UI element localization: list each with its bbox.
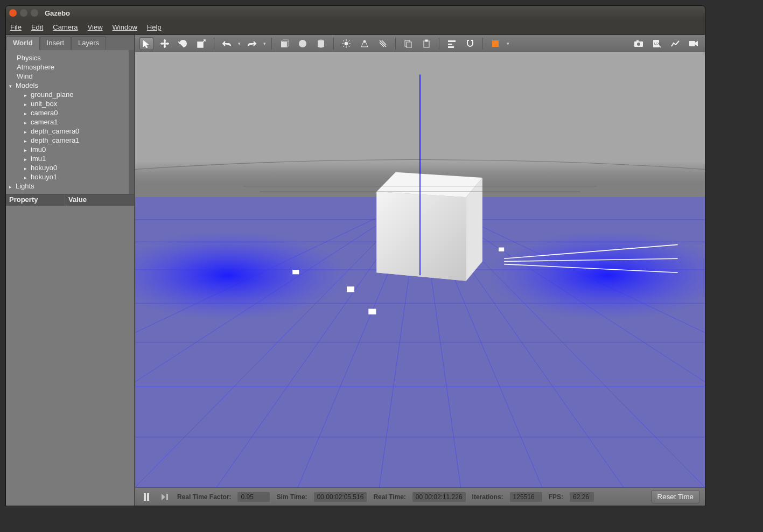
svg-point-5 (318, 45, 324, 47)
spot-light-button[interactable] (358, 37, 372, 50)
tree-item-physics[interactable]: Physics (8, 53, 132, 62)
redo-button[interactable] (245, 37, 259, 50)
tree-item-ground-plane[interactable]: ground_plane (8, 90, 132, 99)
menu-file[interactable]: File (10, 23, 22, 31)
directional-light-button[interactable] (376, 37, 390, 50)
svg-rect-12 (448, 40, 456, 42)
tree-item-unit-box[interactable]: unit_box (8, 99, 132, 108)
caret-right-icon (24, 145, 29, 153)
pause-button[interactable] (141, 491, 152, 503)
svg-rect-47 (292, 270, 299, 274)
value-col-header: Value (65, 194, 90, 206)
tree-item-hokuyo0[interactable]: hokuyo0 (8, 163, 132, 172)
tree-item-imu1[interactable]: imu1 (8, 154, 132, 163)
svg-rect-21 (689, 41, 695, 46)
tab-world[interactable]: World (6, 36, 40, 50)
menu-view[interactable]: View (88, 23, 103, 31)
svg-marker-54 (376, 192, 466, 281)
tab-layers[interactable]: Layers (71, 36, 106, 50)
world-tree: Physics Atmosphere Wind Models ground_pl… (6, 50, 134, 194)
iterations-label: Iterations: (472, 493, 503, 501)
svg-text:LOG: LOG (654, 42, 661, 45)
tree-item-depth-camera1[interactable]: depth_camera1 (8, 136, 132, 145)
tree-item-imu0[interactable]: imu0 (8, 145, 132, 154)
caret-right-icon (24, 127, 29, 135)
redo-dropdown-icon[interactable]: ▾ (263, 41, 266, 46)
paste-button[interactable] (419, 37, 433, 50)
svg-rect-0 (198, 42, 203, 47)
svg-rect-9 (407, 42, 411, 48)
svg-point-7 (363, 40, 366, 43)
tab-insert[interactable]: Insert (40, 36, 72, 50)
fps-value: 62.26 (570, 492, 594, 502)
fps-label: FPS: (549, 493, 563, 501)
undo-dropdown-icon[interactable]: ▾ (238, 41, 241, 46)
svg-rect-59 (147, 493, 149, 501)
left-panel: World Insert Layers Physics Atmosphere W… (6, 35, 135, 506)
svg-rect-58 (144, 493, 146, 501)
menu-help[interactable]: Help (147, 23, 162, 31)
caret-right-icon (24, 136, 29, 144)
window-maximize-icon[interactable] (31, 9, 38, 17)
caret-right-icon (24, 118, 29, 126)
menu-window[interactable]: Window (113, 23, 137, 31)
selection-dropdown-icon[interactable]: ▾ (507, 41, 509, 46)
tree-item-hokuyo1[interactable]: hokuyo1 (8, 172, 132, 181)
screenshot-button[interactable] (632, 37, 646, 50)
tree-item-lights[interactable]: Lights (8, 181, 132, 191)
svg-rect-18 (636, 40, 639, 42)
svg-rect-48 (347, 286, 354, 292)
svg-rect-14 (448, 46, 454, 48)
svg-point-6 (345, 42, 348, 45)
caret-right-icon (24, 100, 29, 108)
snap-button[interactable] (463, 37, 477, 50)
scale-tool[interactable] (194, 37, 208, 50)
tree-item-wind[interactable]: Wind (8, 72, 132, 81)
svg-point-17 (637, 43, 640, 46)
window-minimize-icon[interactable] (20, 9, 27, 17)
svg-rect-13 (448, 44, 452, 45)
caret-down-icon (9, 81, 13, 89)
selection-box-button[interactable] (488, 37, 502, 50)
tree-item-depth-camera0[interactable]: depth_camera0 (8, 127, 132, 136)
menu-camera[interactable]: Camera (53, 23, 78, 31)
main-area: ▾ ▾ ▾ (135, 35, 705, 506)
rtf-value: 0.95 (237, 492, 270, 502)
statusbar: Real Time Factor: 0.95 Sim Time: 00 00:0… (135, 487, 705, 506)
tree-scrollbar[interactable] (129, 50, 134, 194)
application-window: Gazebo File Edit Camera View Window Help… (5, 5, 705, 506)
step-button[interactable] (159, 491, 171, 503)
select-tool[interactable] (139, 37, 153, 50)
svg-rect-49 (368, 309, 376, 314)
menubar: File Edit Camera View Window Help (6, 20, 705, 35)
reset-time-button[interactable]: Reset Time (652, 490, 699, 503)
record-button[interactable] (687, 37, 701, 50)
insert-cylinder[interactable] (314, 37, 328, 50)
tree-item-models[interactable]: Models (8, 81, 132, 90)
tree-item-atmosphere[interactable]: Atmosphere (8, 62, 132, 72)
svg-rect-10 (424, 41, 429, 47)
property-panel (6, 206, 134, 506)
property-col-header: Property (6, 194, 65, 206)
plot-button[interactable] (668, 37, 682, 50)
align-button[interactable] (445, 37, 459, 50)
copy-button[interactable] (401, 37, 415, 50)
svg-rect-50 (499, 248, 504, 251)
caret-right-icon (24, 109, 29, 117)
tree-item-camera1[interactable]: camera1 (8, 117, 132, 127)
log-button[interactable]: LOG (650, 37, 664, 50)
svg-point-2 (299, 40, 306, 47)
menu-edit[interactable]: Edit (31, 23, 43, 31)
sim-time-value: 00 00:02:05.516 (314, 492, 367, 502)
window-close-icon[interactable] (9, 9, 17, 17)
undo-button[interactable] (220, 37, 234, 50)
3d-viewport[interactable] (135, 52, 705, 487)
tree-item-camera0[interactable]: camera0 (8, 108, 132, 117)
rotate-tool[interactable] (176, 37, 190, 50)
insert-sphere[interactable] (296, 37, 310, 50)
caret-right-icon (24, 90, 29, 99)
sim-time-label: Sim Time: (276, 493, 307, 501)
move-tool[interactable] (158, 37, 172, 50)
insert-box[interactable] (277, 37, 291, 50)
point-light-button[interactable] (339, 37, 353, 50)
